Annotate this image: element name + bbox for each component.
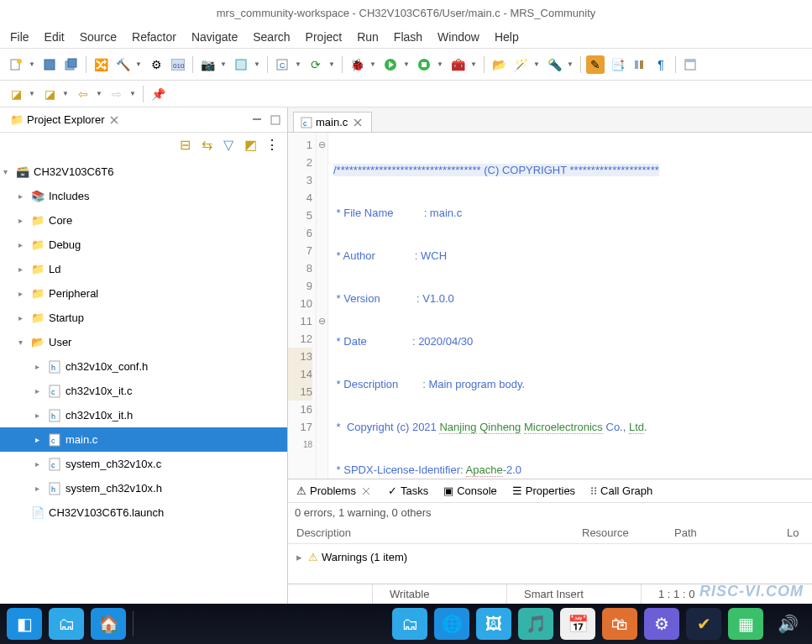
menu-navigate[interactable]: Navigate: [191, 30, 238, 44]
chevron-right-icon[interactable]: ▸: [35, 411, 47, 420]
tab-problems[interactable]: ⚠Problems: [291, 482, 378, 500]
dropdown-icon[interactable]: ▼: [533, 60, 542, 68]
warnings-group-row[interactable]: ▸ ⚠ Warnings (1 item): [288, 544, 812, 569]
tab-callgraph[interactable]: ⁝⁝Call Graph: [585, 482, 657, 500]
debug-icon[interactable]: 🐞: [348, 55, 366, 74]
col-location[interactable]: Lo: [787, 526, 812, 539]
dropdown-icon[interactable]: ▼: [135, 60, 144, 68]
dropdown-icon[interactable]: ▼: [220, 60, 228, 68]
project-tree[interactable]: ▾ 🗃️ CH32V103C6T6 ▸📚Includes ▸📁Core ▸📁De…: [0, 156, 287, 604]
collapse-all-icon[interactable]: ⊟: [178, 138, 191, 151]
taskbar-browser[interactable]: 🌐: [434, 608, 469, 640]
tree-project-root[interactable]: ▾ 🗃️ CH32V103C6T6: [0, 160, 287, 184]
ext-tools-icon[interactable]: 🧰: [448, 55, 467, 74]
pin-icon[interactable]: 📌: [149, 85, 167, 103]
taskbar-app[interactable]: 🗂: [392, 608, 427, 640]
taskbar-gallery[interactable]: 🖼: [476, 608, 511, 640]
dropdown-icon[interactable]: ▼: [295, 60, 303, 68]
view-menu-icon[interactable]: ⋮: [265, 138, 279, 151]
dropdown-icon[interactable]: ▼: [567, 60, 575, 68]
taskbar-app-1[interactable]: ◧: [7, 608, 42, 640]
menu-refactor[interactable]: Refactor: [132, 30, 176, 44]
taskbar-music[interactable]: 🎵: [518, 608, 553, 640]
tree-file[interactable]: ▸csystem_ch32v10x.c: [0, 452, 287, 476]
tree-file[interactable]: ▸hch32v10x_conf.h: [0, 354, 287, 379]
chevron-down-icon[interactable]: ▾: [3, 167, 15, 176]
link-editor-icon[interactable]: ⇆: [200, 138, 213, 151]
project-explorer-tab[interactable]: 📁 Project Explorer: [5, 112, 126, 128]
code-editor[interactable]: 123456789101112131415161718 ⊖⊖ /********…: [288, 133, 812, 479]
fold-gutter[interactable]: ⊖⊖: [317, 133, 328, 479]
new-icon[interactable]: [7, 55, 25, 74]
toggle-icon[interactable]: [630, 55, 648, 74]
taskbar-check[interactable]: ✔: [686, 608, 721, 640]
menu-flash[interactable]: Flash: [394, 30, 422, 44]
taskbar-home[interactable]: 🏠: [91, 608, 126, 640]
tab-console[interactable]: ▣Console: [438, 482, 502, 500]
tree-folder-includes[interactable]: ▸📚Includes: [0, 184, 287, 208]
dropdown-icon[interactable]: ▼: [328, 60, 337, 68]
tree-folder-debug[interactable]: ▸📁Debug: [0, 233, 287, 257]
menu-file[interactable]: File: [10, 30, 29, 44]
menu-source[interactable]: Source: [80, 30, 117, 44]
chevron-right-icon[interactable]: ▸: [18, 216, 30, 225]
next-annotation-icon[interactable]: ◪: [40, 85, 59, 103]
chevron-right-icon[interactable]: ▸: [35, 435, 47, 444]
forward-icon[interactable]: ⇨: [107, 85, 126, 103]
chevron-right-icon[interactable]: ▸: [35, 386, 47, 395]
chevron-right-icon[interactable]: ▸: [18, 240, 30, 249]
col-description[interactable]: Description: [288, 526, 582, 539]
wand-icon[interactable]: 🪄: [511, 55, 530, 74]
profile-icon[interactable]: [415, 55, 433, 74]
taskbar-app-orange[interactable]: 🛍: [602, 608, 637, 640]
camera-icon[interactable]: 📷: [198, 55, 217, 74]
chevron-right-icon[interactable]: ▸: [18, 264, 30, 274]
tab-tasks[interactable]: ✓Tasks: [383, 482, 433, 500]
chevron-right-icon[interactable]: ▸: [18, 289, 30, 298]
window-icon[interactable]: [681, 55, 699, 74]
col-path[interactable]: Path: [674, 526, 787, 539]
pilcrow-icon[interactable]: ¶: [652, 55, 670, 74]
tree-folder-user[interactable]: ▾📂User: [0, 330, 287, 354]
refresh-icon[interactable]: ⟳: [306, 55, 325, 74]
c-file-icon[interactable]: C: [273, 55, 291, 74]
search-icon[interactable]: 🔦: [545, 55, 563, 74]
close-tab-icon[interactable]: [351, 117, 364, 128]
chevron-right-icon[interactable]: ▸: [18, 313, 30, 322]
save-icon[interactable]: [40, 55, 59, 74]
dropdown-icon[interactable]: ▼: [129, 90, 138, 97]
chevron-right-icon[interactable]: ▸: [296, 551, 308, 563]
menu-run[interactable]: Run: [357, 30, 379, 44]
tree-file[interactable]: ▸hsystem_ch32v10x.h: [0, 476, 287, 500]
tree-file-mainc[interactable]: ▸cmain.c: [0, 427, 287, 452]
dropdown-icon[interactable]: ▼: [403, 60, 411, 68]
menu-search[interactable]: Search: [253, 30, 290, 44]
tree-file[interactable]: ▸cch32v10x_it.c: [0, 379, 287, 403]
tree-file[interactable]: ▸hch32v10x_it.h: [0, 403, 287, 427]
dropdown-icon[interactable]: ▼: [29, 60, 37, 68]
dropdown-icon[interactable]: ▼: [62, 90, 71, 97]
highlight-icon[interactable]: ✎: [586, 55, 605, 74]
tree-folder-peripheral[interactable]: ▸📁Peripheral: [0, 281, 287, 306]
menu-help[interactable]: Help: [495, 30, 519, 44]
dropdown-icon[interactable]: ▼: [369, 60, 378, 68]
taskbar-files[interactable]: 🗂: [49, 608, 84, 640]
problems-table[interactable]: Description Resource Path Lo ▸ ⚠ Warning…: [288, 522, 812, 584]
chevron-down-icon[interactable]: ▾: [18, 338, 30, 347]
back-icon[interactable]: ⇦: [74, 85, 92, 103]
taskbar-volume-icon[interactable]: 🔊: [770, 608, 805, 640]
target-icon[interactable]: [232, 55, 250, 74]
bookmark-icon[interactable]: 📑: [608, 55, 626, 74]
taskbar-settings[interactable]: ⚙: [644, 608, 679, 640]
close-tab-icon[interactable]: [359, 485, 373, 497]
col-resource[interactable]: Resource: [582, 526, 674, 539]
focus-icon[interactable]: ◩: [244, 138, 257, 151]
run-icon[interactable]: [381, 55, 400, 74]
chevron-right-icon[interactable]: ▸: [35, 484, 47, 493]
build-icon[interactable]: 🔨: [113, 55, 132, 74]
maximize-icon[interactable]: [269, 113, 282, 127]
dropdown-icon[interactable]: ▼: [437, 60, 445, 68]
chevron-right-icon[interactable]: ▸: [35, 362, 47, 371]
tree-folder-startup[interactable]: ▸📁Startup: [0, 306, 287, 330]
minimize-icon[interactable]: [250, 113, 264, 127]
